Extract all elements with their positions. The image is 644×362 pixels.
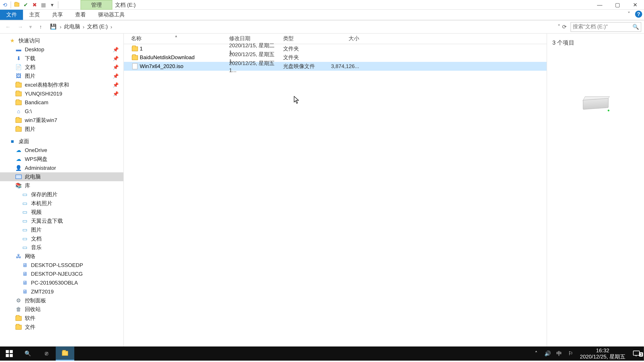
tree-lib-item[interactable]: ▭本机照片: [0, 199, 124, 208]
tree-item[interactable]: ☁OneDrive: [0, 146, 124, 155]
tree-qa-item[interactable]: win7重装win7: [0, 116, 124, 125]
search-icon[interactable]: 🔍: [632, 24, 639, 30]
maximize-button[interactable]: ▢: [608, 0, 626, 10]
tree-qa-item[interactable]: ▬Desktop📌: [0, 45, 124, 54]
tree-qa-item[interactable]: 🖼图片📌: [0, 71, 124, 80]
ribbon-tab-drive-tools[interactable]: 驱动器工具: [92, 10, 131, 20]
tree-qa-item[interactable]: ⬇下载📌: [0, 54, 124, 63]
search-placeholder: 搜索"文档 (E:)": [573, 23, 608, 30]
search-button[interactable]: 🔍: [18, 347, 37, 361]
tree-network[interactable]: 🖧网络: [0, 252, 124, 261]
tree-control-panel[interactable]: ⚙控制面板: [0, 296, 124, 305]
help-icon[interactable]: ?: [635, 10, 642, 17]
column-type[interactable]: 类型: [283, 35, 328, 42]
action-center-button[interactable]: 3: [629, 350, 644, 358]
start-button[interactable]: [0, 347, 18, 361]
ribbon-expand-icon[interactable]: ˅: [626, 10, 632, 17]
tree-lib-item[interactable]: ▭音乐: [0, 243, 124, 252]
file-row[interactable]: Win7x64_2020.iso 2020/12/25, 星期五 1... 光盘…: [124, 62, 546, 71]
quick-access-toolbar: ⟲ ✔ ✖ ▦ ▾: [0, 0, 59, 9]
tree-qa-item[interactable]: 📄文档📌: [0, 63, 124, 71]
file-type: 文件夹: [283, 54, 328, 61]
qat-delete-icon[interactable]: ✖: [30, 1, 38, 8]
qat-app-icon[interactable]: ⟲: [1, 1, 9, 8]
qat-dropdown-icon[interactable]: ▾: [48, 1, 56, 8]
task-view-button[interactable]: ⎚: [37, 347, 56, 361]
chevron-right-icon[interactable]: ›: [59, 24, 62, 30]
nav-forward-button[interactable]: →: [15, 21, 26, 32]
tree-lib-item[interactable]: ▭天翼云盘下载: [0, 217, 124, 225]
tree-item[interactable]: 软件: [0, 314, 124, 323]
file-row[interactable]: 1 2020/12/15, 星期二 1... 文件夹: [124, 44, 546, 53]
tree-libraries[interactable]: 📚库: [0, 181, 124, 190]
ribbon-tab-file[interactable]: 文件: [0, 10, 23, 20]
folder-icon: [15, 324, 22, 331]
qat-checkmark-icon[interactable]: ✔: [22, 1, 30, 8]
tree-lib-item[interactable]: ▭视频: [0, 208, 124, 217]
taskbar-clock[interactable]: 16:32 2020/12/25, 星期五: [576, 348, 629, 360]
tree-lib-item[interactable]: ▭图片: [0, 225, 124, 234]
ribbon-tab-home[interactable]: 主页: [23, 10, 46, 20]
tree-net-item[interactable]: 🖥PC-20190530OBLA: [0, 278, 124, 287]
contextual-tab-manage[interactable]: 管理: [80, 0, 112, 10]
breadcrumb-current[interactable]: 文档 (E:): [87, 23, 108, 30]
svg-rect-0: [6, 350, 9, 353]
taskbar-file-explorer[interactable]: [56, 347, 74, 361]
security-icon[interactable]: ⚐: [565, 351, 576, 357]
ribbon-tab-view[interactable]: 查看: [69, 10, 92, 20]
tree-qa-item[interactable]: YUNQISHI2019📌: [0, 89, 124, 98]
breadcrumb-root[interactable]: 此电脑: [64, 23, 80, 30]
folder-icon: [15, 315, 22, 322]
tree-net-item[interactable]: 🖥DESKTOP-LSSOEDP: [0, 261, 124, 270]
tree-qa-item[interactable]: ⌂G:\: [0, 107, 124, 116]
file-row[interactable]: BaiduNetdiskDownload 2020/12/25, 星期五 1..…: [124, 53, 546, 62]
pin-icon: 📌: [113, 64, 119, 70]
computer-icon: 🖥: [21, 262, 28, 269]
file-name: Win7x64_2020.iso: [139, 63, 229, 69]
tree-recycle-bin[interactable]: 🗑回收站: [0, 305, 124, 314]
file-list[interactable]: 名称▴ 修改日期 类型 大小 1 2020/12/15, 星期二 1... 文件…: [124, 33, 546, 351]
volume-icon[interactable]: 🔊: [542, 351, 554, 357]
nav-recent-dropdown[interactable]: ▾: [27, 21, 34, 32]
chevron-right-icon[interactable]: ›: [110, 24, 113, 30]
chevron-right-icon[interactable]: ›: [82, 24, 85, 30]
tree-qa-item[interactable]: excel表格制作求和📌: [0, 80, 124, 89]
minimize-button[interactable]: ―: [591, 0, 608, 10]
tree-item[interactable]: ☁WPS网盘: [0, 155, 124, 164]
tree-net-item[interactable]: 🖥ZMT2019: [0, 287, 124, 296]
address-history-dropdown[interactable]: ˅: [558, 24, 560, 30]
this-pc-icon: [15, 173, 22, 180]
column-size[interactable]: 大小: [328, 35, 359, 42]
tray-overflow-icon[interactable]: ˄: [530, 351, 542, 357]
navbar: ← → ▾ ↑ 💾 › 此电脑 › 文档 (E:) › ˅ ⟳ 搜索"文档 (E…: [0, 20, 644, 33]
qat-newfolder-icon[interactable]: ▦: [40, 1, 47, 8]
address-bar[interactable]: 💾 › 此电脑 › 文档 (E:) › ˅ ⟳: [48, 22, 569, 32]
close-button[interactable]: ✕: [626, 0, 644, 10]
tree-quick-access[interactable]: ★快速访问: [0, 36, 124, 45]
tree-item[interactable]: 👤Administrator: [0, 164, 124, 172]
column-date[interactable]: 修改日期: [229, 35, 283, 42]
tree-lib-item[interactable]: ▭保存的图片: [0, 190, 124, 199]
tree-this-pc[interactable]: 此电脑: [0, 172, 124, 181]
ribbon-tab-share[interactable]: 共享: [46, 10, 69, 20]
tree-item[interactable]: 文件: [0, 323, 124, 332]
tree-desktop[interactable]: ■桌面: [0, 137, 124, 146]
tree-qa-item[interactable]: 图片: [0, 125, 124, 134]
network-icon: 🖧: [15, 253, 22, 260]
tree-qa-item[interactable]: Bandicam: [0, 98, 124, 107]
file-size: 3,874,126...: [328, 63, 359, 69]
desktop-icon: ▬: [15, 46, 22, 53]
qat-properties-icon[interactable]: [13, 1, 21, 8]
video-icon: ▭: [21, 209, 28, 216]
pictures-icon: ▭: [21, 226, 28, 233]
ime-indicator[interactable]: 中: [554, 350, 565, 357]
column-name[interactable]: 名称▴: [131, 35, 229, 42]
tree-lib-item[interactable]: ▭文档: [0, 234, 124, 243]
tree-net-item[interactable]: 🖥DESKTOP-NJEU3CG: [0, 270, 124, 279]
nav-up-button[interactable]: ↑: [36, 21, 46, 32]
search-input[interactable]: 搜索"文档 (E:)" 🔍: [570, 22, 641, 32]
nav-back-button[interactable]: ←: [3, 21, 13, 32]
drive-icon: ⌂: [15, 108, 22, 115]
refresh-icon[interactable]: ⟳: [562, 24, 566, 30]
pictures-icon: ▭: [21, 191, 28, 198]
